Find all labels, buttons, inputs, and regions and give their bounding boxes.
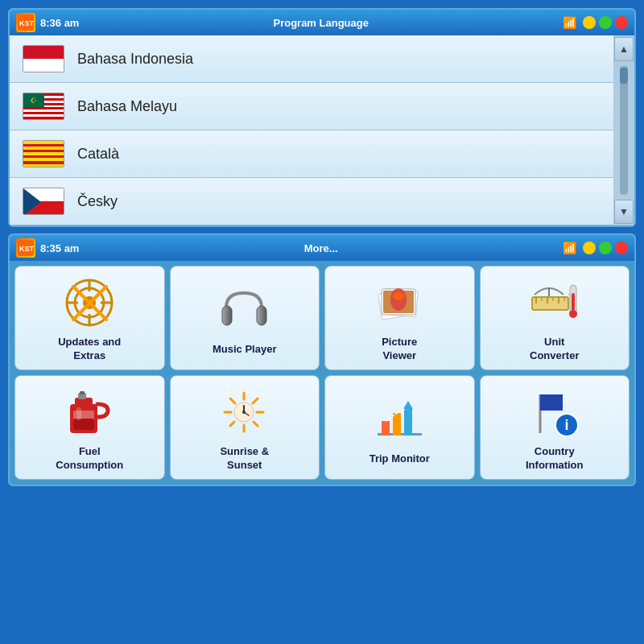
svg-rect-63 [540, 394, 563, 411]
language-list: Bahasa Indonesia ☪ Bahasa [10, 35, 613, 225]
bottom-titlebar: KST 8:35 am More... 📶 [10, 235, 634, 261]
app-tile-country[interactable]: i CountryInformation [480, 375, 630, 480]
signal-icon: 📶 [563, 242, 576, 254]
app-tile-sunrise[interactable]: Sunrise &Sunset [170, 375, 320, 480]
signal-icon: 📶 [563, 16, 576, 29]
app-tile-music[interactable]: Music Player [170, 266, 320, 370]
scroll-up-button[interactable]: ▲ [614, 37, 634, 61]
app-tile-picture[interactable]: PictureViewer [324, 266, 475, 370]
flag-catalan [23, 140, 64, 167]
list-item[interactable]: ☪ Bahasa Melayu [10, 83, 613, 130]
app-label: FuelConsumption [56, 445, 123, 473]
scroll-thumb[interactable] [620, 68, 628, 84]
app-label: UnitConverter [530, 336, 579, 363]
updates-icon [61, 275, 118, 331]
top-logo: KST [16, 13, 35, 32]
svg-rect-43 [76, 407, 81, 420]
svg-text:i: i [565, 417, 569, 433]
language-name: Català [77, 146, 119, 163]
sunrise-icon [217, 384, 273, 440]
top-controls: 📶 [563, 16, 628, 29]
svg-line-50 [254, 422, 258, 426]
picture-icon [371, 275, 427, 331]
svg-text:KST: KST [19, 19, 34, 27]
maximize-button[interactable] [599, 16, 612, 29]
svg-line-49 [230, 398, 235, 403]
top-title: Program Language [79, 17, 563, 29]
app-label: Trip Monitor [369, 452, 430, 466]
app-tile-updates[interactable]: Updates andExtras [14, 266, 165, 370]
top-titlebar: KST 8:36 am Program Language 📶 [10, 10, 634, 35]
scroll-down-button[interactable]: ▼ [614, 200, 634, 224]
flag-malaysia: ☪ [23, 93, 64, 120]
svg-rect-31 [572, 293, 575, 311]
svg-marker-61 [403, 401, 413, 409]
svg-point-32 [569, 310, 577, 318]
svg-line-51 [253, 398, 258, 403]
svg-rect-40 [80, 391, 85, 394]
app-label: CountryInformation [526, 445, 584, 473]
list-item[interactable]: Català [10, 130, 613, 178]
top-time: 8:36 am [40, 17, 79, 29]
top-window: KST 8:36 am Program Language 📶 Bahasa In… [8, 8, 636, 227]
app-tile-fuel[interactable]: FuelConsumption [14, 375, 165, 480]
scrollbar: ▲ ▼ [613, 35, 634, 225]
app-label: Music Player [213, 343, 277, 357]
flag-czech [23, 188, 64, 215]
minimize-button[interactable] [583, 242, 596, 254]
svg-text:KST: KST [19, 245, 34, 253]
minimize-button[interactable] [583, 16, 596, 29]
svg-rect-60 [404, 407, 412, 436]
svg-rect-59 [393, 413, 401, 436]
svg-rect-16 [257, 306, 266, 325]
bottom-title: More... [79, 242, 563, 254]
flag-indonesia [23, 45, 64, 72]
language-list-container: Bahasa Indonesia ☪ Bahasa [10, 35, 634, 225]
app-label: Sunrise &Sunset [220, 445, 269, 473]
titlebar-left: KST 8:36 am [16, 13, 79, 32]
unit-icon [526, 275, 583, 331]
maximize-button[interactable] [599, 242, 612, 254]
fuel-icon [61, 384, 118, 440]
svg-point-22 [393, 292, 404, 300]
svg-rect-23 [532, 297, 568, 310]
bottom-time: 8:35 am [40, 242, 79, 254]
close-button[interactable] [615, 242, 628, 254]
app-tile-trip[interactable]: Trip Monitor [324, 375, 475, 480]
close-button[interactable] [615, 16, 628, 29]
bottom-window: KST 8:35 am More... 📶 [8, 233, 636, 486]
trip-icon [371, 391, 427, 448]
language-name: Bahasa Indonesia [77, 51, 193, 68]
app-label: PictureViewer [382, 336, 417, 363]
apps-grid: Updates andExtras [10, 261, 634, 485]
bottom-logo: KST [16, 238, 35, 258]
svg-rect-42 [73, 419, 94, 430]
list-item[interactable]: Česky [10, 178, 613, 225]
app-tile-unit[interactable]: UnitConverter [480, 266, 630, 370]
list-item[interactable]: Bahasa Indonesia [10, 35, 613, 83]
titlebar-left: KST 8:35 am [16, 238, 79, 258]
bottom-controls: 📶 [563, 242, 628, 254]
scroll-track [620, 66, 628, 195]
svg-line-52 [230, 422, 234, 426]
language-name: Česky [77, 193, 118, 210]
music-icon [217, 282, 273, 338]
country-icon: i [526, 384, 583, 440]
app-label: Updates andExtras [58, 336, 121, 363]
svg-rect-58 [382, 421, 390, 436]
language-name: Bahasa Melayu [77, 98, 177, 115]
svg-rect-15 [222, 306, 232, 325]
